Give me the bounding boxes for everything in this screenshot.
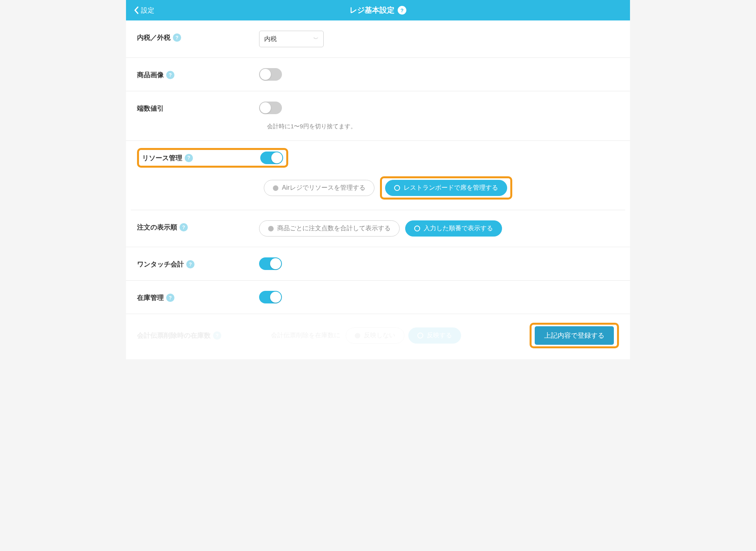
row-onetouch: ワンタッチ会計 ? bbox=[126, 247, 630, 281]
tax-select[interactable]: 内税 ﹀ bbox=[259, 31, 324, 47]
rounding-hint: 会計時に1〜9円を切り捨てます。 bbox=[267, 123, 619, 130]
highlight-resource-label: リソース管理 ? bbox=[137, 148, 288, 168]
toggle-onetouch[interactable] bbox=[259, 257, 282, 270]
radio-order-aggregate[interactable]: 商品ごとに注文点数を合計して表示する bbox=[259, 220, 400, 237]
back-button[interactable]: 設定 bbox=[134, 6, 154, 15]
radio-resource-restaurant[interactable]: レストランボードで席を管理する bbox=[385, 180, 507, 196]
toggle-knob bbox=[260, 102, 271, 113]
radio-dot-icon bbox=[414, 226, 420, 231]
back-label: 設定 bbox=[141, 6, 154, 15]
radio-dot-icon bbox=[417, 333, 423, 338]
toggle-knob bbox=[260, 69, 271, 80]
help-icon[interactable]: ? bbox=[166, 71, 174, 79]
footer-sublabel: 会計伝票削除を在庫数に bbox=[271, 331, 340, 340]
row-resource: リソース管理 ? Airレジでリソースを管理する レストランボードで席を管理する bbox=[126, 141, 630, 210]
row-order-display: 注文の表示順 ? 商品ごとに注文点数を合計して表示する 入力した順番で表示する bbox=[126, 210, 630, 247]
row-rounding: 端数値引 会計時に1〜9円を切り捨てます。 bbox=[126, 91, 630, 141]
highlight-submit: 上記内容で登録する bbox=[530, 323, 619, 348]
toggle-knob bbox=[270, 292, 281, 303]
toggle-inventory[interactable] bbox=[259, 291, 282, 303]
radio-dot-icon bbox=[268, 226, 274, 231]
chevron-left-icon bbox=[134, 6, 139, 14]
label-product-image: 商品画像 ? bbox=[137, 68, 259, 80]
chevron-down-icon: ﹀ bbox=[313, 35, 319, 43]
radio-dot-icon bbox=[394, 185, 400, 191]
radio-stock-reflect[interactable]: 反映する bbox=[408, 327, 461, 344]
footer-row: 会計伝票削除時の在庫数 ? 会計伝票削除を在庫数に 反映しない 反映する 上記内… bbox=[126, 314, 630, 359]
label-order-display: 注文の表示順 ? bbox=[137, 220, 259, 232]
toggle-rounding[interactable] bbox=[259, 102, 282, 114]
toggle-knob bbox=[270, 258, 281, 269]
radio-stock-noreflect[interactable]: 反映しない bbox=[346, 327, 404, 344]
row-inventory: 在庫管理 ? bbox=[126, 281, 630, 314]
radio-dot-icon bbox=[355, 333, 360, 338]
header: 設定 レジ基本設定 ? bbox=[126, 0, 630, 20]
label-tax: 内税／外税 ? bbox=[137, 31, 259, 42]
row-tax: 内税／外税 ? 内税 ﹀ bbox=[126, 20, 630, 58]
label-inventory: 在庫管理 ? bbox=[137, 291, 259, 302]
label-stock-on-delete: 会計伝票削除時の在庫数 ? bbox=[137, 331, 271, 340]
submit-button[interactable]: 上記内容で登録する bbox=[535, 326, 614, 345]
help-icon[interactable]: ? bbox=[166, 294, 174, 302]
page-title: レジ基本設定 ? bbox=[350, 5, 406, 15]
highlight-resource-restaurant: レストランボードで席を管理する bbox=[380, 176, 512, 200]
help-icon[interactable]: ? bbox=[213, 331, 221, 340]
radio-order-sequential[interactable]: 入力した順番で表示する bbox=[405, 220, 502, 237]
toggle-product-image[interactable] bbox=[259, 68, 282, 81]
row-product-image: 商品画像 ? bbox=[126, 58, 630, 91]
help-icon[interactable]: ? bbox=[398, 6, 406, 15]
toggle-resource[interactable] bbox=[260, 152, 283, 164]
help-icon[interactable]: ? bbox=[173, 33, 181, 42]
help-icon[interactable]: ? bbox=[180, 223, 188, 231]
label-rounding: 端数値引 bbox=[137, 102, 259, 113]
radio-resource-airregi[interactable]: Airレジでリソースを管理する bbox=[264, 180, 374, 196]
label-onetouch: ワンタッチ会計 ? bbox=[137, 257, 259, 269]
toggle-knob bbox=[271, 152, 282, 163]
settings-form: 内税／外税 ? 内税 ﹀ 商品画像 ? 端数値引 会計時に1〜9円を切り捨てます… bbox=[126, 20, 630, 359]
help-icon[interactable]: ? bbox=[186, 260, 195, 268]
help-icon[interactable]: ? bbox=[185, 154, 193, 162]
tax-select-value: 内税 bbox=[264, 35, 277, 43]
radio-dot-icon bbox=[273, 185, 278, 191]
